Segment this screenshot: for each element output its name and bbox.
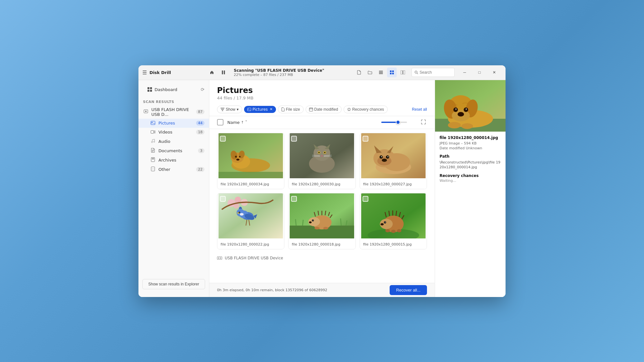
file-card[interactable]: file 1920x1280_000018.jpg: [288, 193, 355, 249]
pictures-item-label: Pictures: [158, 121, 194, 125]
drive-icon: [144, 109, 148, 114]
svg-point-77: [382, 159, 387, 162]
pictures-filter-icon: [247, 108, 251, 111]
other-item-badge: 22: [196, 167, 204, 172]
usb-small-icon: [217, 256, 222, 260]
file-card-label-2: file 1920x1280_000030.jpg: [289, 180, 355, 189]
file-card-label-6: file 1920x1280_000015.jpg: [360, 240, 427, 249]
grid-view-icon: [390, 70, 394, 74]
svg-point-112: [323, 227, 328, 229]
hamburger-icon[interactable]: ☰: [142, 70, 147, 76]
recovery-chances-filter-button[interactable]: Recovery chances: [344, 106, 388, 113]
archive-icon: [151, 157, 155, 162]
file-thumbnail-1: [217, 133, 284, 178]
device-row: USB FLASH DRIVE USB Device: [217, 255, 427, 263]
title-bar: ☰ Disk Drill Scanning "USB FLASH DRI: [138, 65, 506, 80]
svg-rect-9: [401, 70, 402, 74]
file-size-filter-button[interactable]: File size: [278, 106, 304, 113]
close-button[interactable]: ✕: [487, 67, 502, 78]
file-checkbox-4[interactable]: [220, 196, 226, 202]
sidebar-item-other[interactable]: Other 22: [138, 165, 209, 174]
page-title: Pictures: [217, 86, 427, 95]
file-checkbox-3[interactable]: [363, 136, 368, 142]
svg-point-22: [151, 141, 153, 143]
svg-point-50: [236, 159, 240, 161]
size-slider-track[interactable]: [381, 122, 407, 123]
calendar-icon: [309, 107, 313, 111]
preview-thumbnail: [435, 80, 506, 132]
svg-point-48: [235, 156, 237, 158]
loading-icon: ⟳: [201, 87, 204, 92]
file-checkbox-5[interactable]: [291, 196, 297, 202]
file-card[interactable]: file 1920x1280_000030.jpg: [288, 133, 355, 189]
home-button[interactable]: [207, 67, 217, 78]
sidebar: Dashboard ⟳ Scan results USB FLASH DRIVE…: [138, 80, 209, 297]
sidebar-item-documents[interactable]: Documents 3: [138, 146, 209, 155]
new-file-icon: [357, 70, 361, 75]
file-card[interactable]: file 1920x1280_000034.jpg: [217, 133, 284, 189]
file-card[interactable]: file 1920x1280_000022.jpg: [217, 193, 284, 249]
filter-icon: [221, 108, 224, 111]
sidebar-item-pictures[interactable]: Pictures 44: [138, 119, 209, 128]
preview-filename: file 1920x1280_000014.jpg: [440, 135, 501, 140]
pictures-item-badge: 44: [196, 121, 204, 125]
file-checkbox-6[interactable]: [363, 196, 368, 202]
dashboard-item[interactable]: Dashboard: [143, 85, 182, 94]
svg-point-124: [385, 222, 385, 222]
file-checkbox-1[interactable]: [220, 136, 226, 142]
svg-line-98: [341, 218, 341, 226]
title-bar-left: ☰ Disk Drill: [142, 70, 207, 76]
full-screen-icon[interactable]: [420, 118, 427, 127]
name-column-header[interactable]: Name ↑ ˅: [227, 120, 247, 125]
search-icon: [414, 70, 418, 74]
reset-all-button[interactable]: Reset all: [412, 107, 427, 112]
select-all-checkbox[interactable]: [217, 119, 223, 125]
recover-all-button[interactable]: Recover all...: [390, 285, 427, 295]
sidebar-item-videos[interactable]: Videos 18: [138, 128, 209, 137]
status-progress-text: 0h 3m elapsed, 0h 10m remain, block 1357…: [217, 288, 327, 292]
file-checkbox-2[interactable]: [291, 136, 297, 142]
sidebar-item-usb[interactable]: USB FLASH DRIVE USB D... 87: [138, 105, 209, 119]
documents-item-badge: 3: [198, 148, 204, 153]
file-card-label-5: file 1920x1280_000018.jpg: [289, 240, 355, 249]
sidebar-item-audio[interactable]: Audio: [138, 137, 209, 146]
grid-view-button[interactable]: [387, 68, 397, 77]
svg-point-146: [461, 123, 473, 129]
file-card-label-1: file 1920x1280_000034.jpg: [217, 180, 284, 189]
content-header: Pictures 44 files / 17.9 MB: [209, 80, 435, 103]
date-modified-filter-button[interactable]: Date modified: [306, 106, 342, 113]
svg-point-140: [458, 112, 464, 116]
svg-rect-1: [224, 70, 225, 74]
show-results-button[interactable]: Show scan results in Explorer: [142, 279, 205, 289]
folder-button[interactable]: [365, 68, 375, 77]
svg-point-145: [448, 122, 461, 128]
sidebar-item-archives[interactable]: Archives: [138, 155, 209, 165]
new-file-button[interactable]: [354, 68, 364, 77]
pictures-filter-close[interactable]: ✕: [270, 107, 273, 111]
svg-rect-3: [379, 72, 383, 73]
preview-type: JPEG Image – 594 KB: [440, 141, 501, 145]
column-expand-icon[interactable]: ˅: [245, 120, 247, 125]
minimize-button[interactable]: ─: [457, 67, 472, 78]
main-content: Dashboard ⟳ Scan results USB FLASH DRIVE…: [138, 80, 506, 297]
pause-button[interactable]: [218, 67, 229, 78]
search-box[interactable]: [412, 68, 455, 77]
device-label: USB FLASH DRIVE USB Device: [225, 256, 283, 260]
image-icon: [151, 121, 155, 125]
usb-item-badge: 87: [196, 109, 204, 114]
show-filter-button[interactable]: Show ▾: [217, 106, 242, 113]
search-input[interactable]: [420, 70, 452, 75]
size-slider-thumb[interactable]: [396, 120, 400, 125]
file-thumbnail-5: [289, 193, 355, 238]
dashboard-label: Dashboard: [155, 87, 177, 92]
file-card[interactable]: file 1920x1280_000027.jpg: [360, 133, 427, 189]
file-grid-scroll[interactable]: file 1920x1280_000034.jpg: [209, 129, 435, 283]
svg-point-18: [145, 111, 147, 112]
svg-rect-21: [151, 130, 154, 133]
list-view-button[interactable]: [376, 68, 386, 77]
preview-date: Date modified Unknown: [440, 146, 501, 150]
pictures-filter-tag[interactable]: Pictures ✕: [244, 106, 276, 113]
maximize-button[interactable]: □: [472, 67, 487, 78]
split-view-button[interactable]: [398, 68, 408, 77]
file-card[interactable]: file 1920x1280_000015.jpg: [360, 193, 427, 249]
